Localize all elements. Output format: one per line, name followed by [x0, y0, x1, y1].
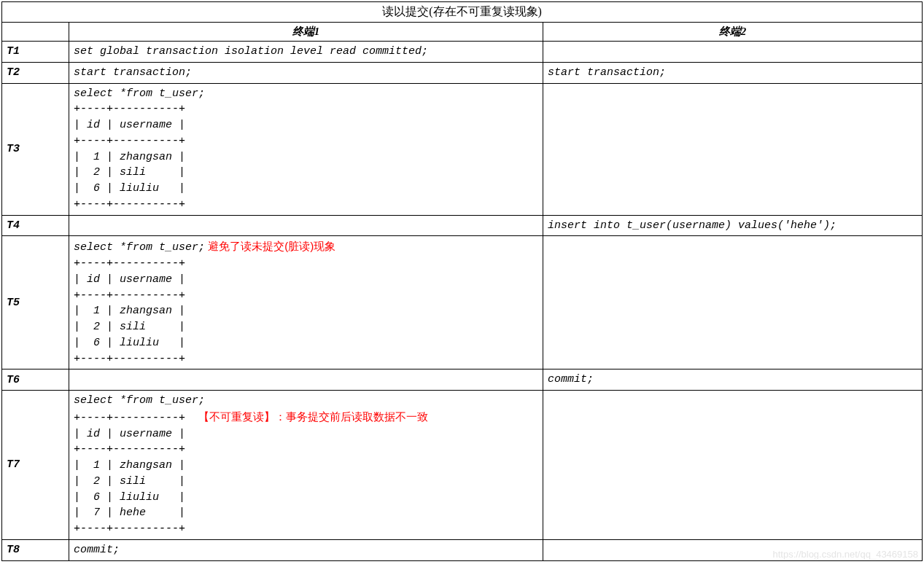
table-row: T2 start transaction; start transaction;: [2, 62, 923, 83]
sql-text: select *from t_user;: [74, 394, 205, 407]
table-row: T7 select *from t_user; +----+----------…: [2, 391, 923, 540]
table-row: T6 commit;: [2, 369, 923, 391]
terminal-2-cell: [543, 83, 923, 215]
step-label: T1: [2, 42, 69, 63]
terminal-2-cell: commit;: [543, 369, 923, 391]
annotation-dirty-read: 避免了读未提交(脏读)现象: [205, 240, 335, 252]
table-row: T3 select *from t_user; +----+----------…: [2, 83, 923, 215]
table-row: T5 select *from t_user; 避免了读未提交(脏读)现象 +-…: [2, 236, 923, 369]
step-label: T7: [2, 391, 69, 540]
title-row: 读以提交(存在不可重复读现象): [2, 2, 923, 23]
sql-text: | id | username | +----+----------+ | 1 …: [74, 428, 185, 536]
terminal-2-cell: [543, 391, 923, 540]
step-label: T3: [2, 83, 69, 215]
step-label: T6: [2, 369, 69, 391]
sql-text: select *from t_user;: [74, 241, 205, 254]
terminal-2-cell: [543, 42, 923, 63]
terminal-1-cell: select *from t_user; 避免了读未提交(脏读)现象 +----…: [69, 236, 543, 369]
step-label: T5: [2, 236, 69, 369]
terminal-1-cell: select *from t_user; +----+----------+ 【…: [69, 391, 543, 540]
terminal-1-cell: [69, 369, 543, 391]
header-step: [2, 23, 69, 42]
header-row: 终端1 终端2: [2, 23, 923, 42]
step-label: T8: [2, 539, 69, 560]
header-terminal-2: 终端2: [543, 23, 923, 42]
terminal-1-cell: set global transaction isolation level r…: [69, 42, 543, 63]
terminal-2-cell: [543, 236, 923, 369]
sql-text: +----+----------+: [74, 412, 198, 424]
terminal-2-cell: insert into t_user(username) values('heh…: [543, 215, 923, 236]
sql-text: +----+----------+ | id | username | +---…: [74, 257, 185, 365]
terminal-1-cell: [69, 215, 543, 236]
terminal-2-cell: [543, 539, 923, 560]
header-terminal-1: 终端1: [69, 23, 543, 42]
step-label: T2: [2, 62, 69, 83]
annotation-non-repeatable-read: 【不可重复读】：事务提交前后读取数据不一致: [198, 410, 428, 423]
step-label: T4: [2, 215, 69, 236]
terminal-1-cell: commit;: [69, 539, 543, 560]
terminal-1-cell: select *from t_user; +----+----------+ |…: [69, 83, 543, 215]
table-title: 读以提交(存在不可重复读现象): [2, 2, 923, 23]
table-row: T4 insert into t_user(username) values('…: [2, 215, 923, 236]
transaction-isolation-table: 读以提交(存在不可重复读现象) 终端1 终端2 T1 set global tr…: [1, 1, 923, 561]
terminal-1-cell: start transaction;: [69, 62, 543, 83]
table-row: T8 commit;: [2, 539, 923, 560]
table-row: T1 set global transaction isolation leve…: [2, 42, 923, 63]
terminal-2-cell: start transaction;: [543, 62, 923, 83]
